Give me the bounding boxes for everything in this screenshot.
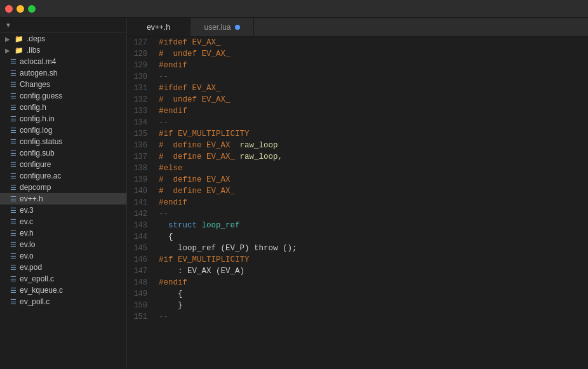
file-label: ev.c bbox=[20, 217, 33, 226]
folder-label: .deps bbox=[27, 34, 45, 43]
code-token: loop_ref (EV_P) throw (); bbox=[159, 244, 297, 253]
tab-ev-h[interactable]: ev++.h bbox=[127, 18, 190, 36]
line-number: 127 bbox=[127, 37, 154, 48]
code-token: # undef EV_AX_ bbox=[159, 50, 231, 58]
line-content: #else bbox=[154, 163, 588, 174]
file-item[interactable]: ☰config.status bbox=[0, 136, 126, 147]
file-label: config.guess bbox=[20, 91, 62, 100]
code-token: # define EV_AX bbox=[159, 175, 231, 184]
code-token: #ifdef EV_AX_ bbox=[159, 38, 221, 47]
line-number: 128 bbox=[127, 48, 154, 60]
file-icon: ☰ bbox=[10, 229, 17, 238]
file-item[interactable]: ☰ev.3 bbox=[0, 205, 126, 216]
file-item[interactable]: ☰aclocal.m4 bbox=[0, 56, 126, 67]
line-number: 144 bbox=[127, 231, 154, 243]
file-item[interactable]: ☰ev.o bbox=[0, 250, 126, 262]
line-number: 147 bbox=[127, 265, 154, 277]
file-icon: ☰ bbox=[10, 264, 17, 272]
code-token: #if EV_MULTIPLICITY bbox=[159, 255, 250, 264]
file-label: config.status bbox=[20, 137, 62, 146]
code-editor[interactable]: 127#ifdef EV_AX_128# undef EV_AX_129#end… bbox=[127, 37, 588, 369]
file-item[interactable]: ☰config.sub bbox=[0, 147, 126, 159]
line-number: 151 bbox=[127, 311, 154, 323]
file-item[interactable]: ☰config.log bbox=[0, 124, 126, 136]
table-row: 131#ifdef EV_AX_ bbox=[127, 83, 588, 94]
line-content: -- bbox=[154, 311, 588, 323]
file-item[interactable]: ☰ev_poll.c bbox=[0, 296, 126, 307]
code-token: # undef EV_AX_ bbox=[159, 95, 231, 104]
code-token: raw_loop bbox=[231, 141, 278, 150]
file-label: ev.h bbox=[20, 229, 34, 238]
maximize-button[interactable] bbox=[28, 5, 36, 13]
file-label: config.log bbox=[20, 126, 52, 135]
minimize-button[interactable] bbox=[17, 5, 24, 13]
file-label: config.h.in bbox=[20, 114, 55, 123]
file-item[interactable]: ☰ev.pod bbox=[0, 262, 126, 273]
line-content: { bbox=[154, 231, 588, 243]
file-label: depcomp bbox=[20, 183, 51, 192]
code-token: -- bbox=[159, 72, 168, 81]
folder-item[interactable]: ▶📁.deps bbox=[0, 33, 126, 44]
file-item[interactable]: ☰Changes bbox=[0, 79, 126, 90]
file-label: ev_epoll.c bbox=[20, 274, 54, 283]
file-item[interactable]: ☰config.h bbox=[0, 102, 126, 113]
file-icon: ☰ bbox=[10, 218, 17, 226]
editor-area: ev++.h user.lua 127#ifdef EV_AX_128# und… bbox=[127, 18, 588, 369]
tab-user-lua[interactable]: user.lua bbox=[190, 18, 254, 36]
file-item[interactable]: ☰ev++.h bbox=[0, 193, 126, 205]
line-content: { bbox=[154, 288, 588, 300]
code-token: #endif bbox=[159, 107, 187, 116]
file-icon: ☰ bbox=[10, 104, 17, 112]
line-number: 143 bbox=[127, 220, 154, 231]
folder-item[interactable]: ▶📁.libs bbox=[0, 44, 126, 56]
code-token: # define EV_AX_ bbox=[159, 152, 235, 161]
code-token: } bbox=[159, 301, 183, 310]
line-content: -- bbox=[154, 208, 588, 220]
window-controls[interactable] bbox=[5, 5, 36, 13]
folder-label: .libs bbox=[27, 46, 40, 55]
line-number: 140 bbox=[127, 185, 154, 197]
code-token: #ifdef EV_AX_ bbox=[159, 84, 221, 93]
sidebar: ▼ ▶📁.deps▶📁.libs☰aclocal.m4☰autogen.sh☰C… bbox=[0, 18, 127, 369]
table-row: 139# define EV_AX bbox=[127, 174, 588, 185]
code-token: loop_ref bbox=[197, 221, 240, 230]
file-item[interactable]: ☰depcomp bbox=[0, 182, 126, 193]
line-content: #endif bbox=[154, 60, 588, 71]
file-icon: ☰ bbox=[10, 206, 17, 215]
file-tree: ▶📁.deps▶📁.libs☰aclocal.m4☰autogen.sh☰Cha… bbox=[0, 33, 126, 307]
code-token: : EV_AX (EV_A) bbox=[159, 267, 244, 276]
table-row: 127#ifdef EV_AX_ bbox=[127, 37, 588, 48]
line-content: #endif bbox=[154, 197, 588, 208]
table-row: 135#if EV_MULTIPLICITY bbox=[127, 128, 588, 140]
line-content: #if EV_MULTIPLICITY bbox=[154, 128, 588, 140]
file-item[interactable]: ☰config.h.in bbox=[0, 113, 126, 124]
file-label: ev.o bbox=[20, 252, 34, 260]
table-row: 146#if EV_MULTIPLICITY bbox=[127, 254, 588, 265]
file-item[interactable]: ☰ev.lo bbox=[0, 239, 126, 250]
file-item[interactable]: ☰autogen.sh bbox=[0, 67, 126, 79]
table-row: 141#endif bbox=[127, 197, 588, 208]
file-item[interactable]: ☰ev_epoll.c bbox=[0, 273, 126, 285]
table-row: 133#endif bbox=[127, 105, 588, 117]
code-token: # define EV_AX_ bbox=[159, 187, 235, 196]
code-token: struct bbox=[159, 221, 197, 230]
file-item[interactable]: ☰ev_kqueue.c bbox=[0, 285, 126, 296]
line-content: # define EV_AX raw_loop bbox=[154, 140, 588, 151]
file-item[interactable]: ☰configure.ac bbox=[0, 170, 126, 182]
line-content: # define EV_AX_ bbox=[154, 185, 588, 197]
line-content: -- bbox=[154, 71, 588, 83]
file-item[interactable]: ☰configure bbox=[0, 159, 126, 170]
file-icon: ☰ bbox=[10, 58, 17, 66]
file-icon: ☰ bbox=[10, 138, 17, 146]
line-number: 142 bbox=[127, 208, 154, 220]
tab-label-ev-h: ev++.h bbox=[147, 23, 170, 32]
project-root[interactable]: ▼ bbox=[0, 18, 126, 33]
table-row: 151-- bbox=[127, 311, 588, 323]
file-item[interactable]: ☰config.guess bbox=[0, 90, 126, 102]
close-button[interactable] bbox=[5, 5, 13, 13]
line-content: # undef EV_AX_ bbox=[154, 94, 588, 105]
line-content: -- bbox=[154, 117, 588, 128]
code-token: raw_loop, bbox=[235, 152, 283, 161]
file-item[interactable]: ☰ev.h bbox=[0, 227, 126, 239]
file-item[interactable]: ☰ev.c bbox=[0, 216, 126, 227]
